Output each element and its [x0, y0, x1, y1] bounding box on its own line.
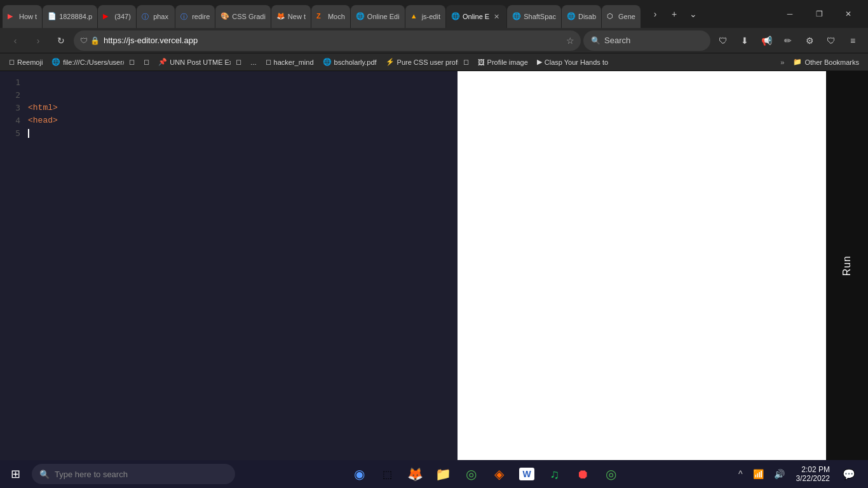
code-line-5 [25, 127, 458, 140]
taskbar-app-taskview[interactable]: ⬚ [374, 461, 400, 487]
bookmark-reemoji[interactable]: ◻ Reemoji [5, 57, 46, 67]
tab-347[interactable]: ▶ (347) [98, 5, 136, 28]
bookmark-x2[interactable]: ◻ [140, 57, 153, 67]
tab-phax[interactable]: ⓘ phax [137, 5, 175, 28]
tab-moch[interactable]: Z Moch [311, 5, 350, 28]
tab-shaftspac[interactable]: 🌐 ShaftSpac [507, 5, 561, 28]
system-tray-expand[interactable]: ^ [735, 466, 747, 482]
tab-disab[interactable]: 🌐 Disab [562, 5, 601, 28]
tab-label: Online E [463, 13, 489, 20]
tab-close-button[interactable]: ✕ [492, 12, 501, 22]
bookmark-label: UNN Post UTME Exam... [170, 58, 231, 66]
code-editor[interactable]: <html> <head> [25, 71, 458, 460]
preview-panel [458, 71, 826, 460]
tab-gene[interactable]: ⬡ Gene [602, 5, 641, 28]
settings-button[interactable]: ⚙ [799, 30, 820, 51]
vpn-button[interactable]: 🛡 [821, 30, 841, 51]
tab-label: How t [19, 13, 37, 20]
taskbar-app-recorder[interactable]: ⏺ [570, 461, 595, 487]
maximize-button[interactable]: ❐ [804, 4, 834, 24]
taskbar-right: ^ 📶 🔊 2:02 PM 3/22/2022 💬 [735, 461, 865, 487]
tab-favicon: ⓘ [142, 12, 151, 21]
refresh-button[interactable]: ↻ [51, 30, 71, 51]
bookmark-purecss[interactable]: ⚡ Pure CSS user profile s... [382, 57, 458, 67]
taskbar-app-sublime[interactable]: ◈ [486, 461, 512, 487]
taskbar-app-files[interactable]: 📁 [430, 461, 456, 487]
tab-redire[interactable]: ⓘ redire [175, 5, 215, 28]
tab-favicon: ⓘ [180, 12, 189, 21]
forward-button[interactable]: › [28, 30, 48, 51]
bookmark-bscholarly[interactable]: 🌐 bscholarly.pdf [319, 57, 381, 67]
tab-js-edit[interactable]: ▲ js-edit [405, 5, 445, 28]
address-bar[interactable]: 🛡 🔒 https://js-editor.vercel.app ☆ [74, 30, 581, 51]
other-bookmarks[interactable]: 📁 Other Bookmarks [789, 57, 863, 67]
tab-new-t[interactable]: 🦊 New t [271, 5, 311, 28]
tab-label: Disab [578, 13, 596, 20]
taskbar-app-word[interactable]: W [514, 461, 539, 487]
taskbar-app-firefox[interactable]: 🦊 [402, 461, 428, 487]
bookmark-unn[interactable]: 📌 UNN Post UTME Exam... [154, 57, 231, 67]
start-button[interactable]: ⊞ [3, 461, 28, 487]
taskbar-app-browser2[interactable]: ◎ [598, 461, 623, 487]
bookmark-icon: ▶ [537, 58, 542, 66]
html-open-tag: <html> [28, 102, 58, 114]
bookmark-profile[interactable]: 🖼 Profile image [474, 57, 532, 67]
bookmark-ellipsis[interactable]: ... [247, 57, 260, 67]
taskbar-app-spotify[interactable]: ♫ [542, 461, 567, 487]
taskbar-apps: ◉ ⬚ 🦊 📁 ◎ ◈ W ♫ ⏺ [236, 461, 733, 487]
tab-1828884[interactable]: 📄 1828884.p [43, 5, 97, 28]
volume-icon[interactable]: 🔊 [770, 466, 789, 482]
new-tab-button[interactable]: + [665, 5, 683, 23]
address-bar-icons: 🛡 🔒 [80, 36, 100, 45]
bookmark-file[interactable]: 🌐 file:///C:/Users/user/D... [48, 57, 124, 67]
media-button[interactable]: 📢 [756, 30, 776, 51]
bookmark-x3[interactable]: ◻ [232, 57, 245, 67]
tab-label: 1828884.p [59, 13, 92, 20]
more-tabs-button[interactable]: › [646, 5, 664, 23]
tab-online-active[interactable]: 🌐 Online E ✕ [446, 5, 506, 28]
tab-list-button[interactable]: ⌄ [684, 5, 702, 23]
code-line-4: <head> [25, 114, 458, 127]
bookmark-star-icon[interactable]: ☆ [566, 36, 574, 46]
menu-button[interactable]: ≡ [843, 30, 863, 51]
bookmark-hacker[interactable]: ◻ hacker_mind [262, 57, 318, 67]
cortana-icon: ◉ [354, 466, 365, 482]
tab-favicon: 📄 [48, 12, 57, 21]
word-icon: W [519, 468, 534, 480]
run-button[interactable]: Run [841, 255, 853, 276]
tab-online-edi[interactable]: 🌐 Online Edi [351, 5, 405, 28]
pocket-button[interactable]: 🛡 [713, 30, 733, 51]
bookmark-x4[interactable]: ◻ [459, 57, 473, 67]
bookmark-icon: ◻ [9, 58, 15, 66]
pen-button[interactable]: ✏ [778, 30, 798, 51]
bookmark-label: ... [250, 58, 256, 66]
tab-favicon: 🌐 [451, 12, 460, 21]
bookmark-icon: ◻ [463, 58, 469, 66]
minimize-button[interactable]: ─ [775, 4, 804, 24]
network-icon[interactable]: 📶 [749, 466, 768, 482]
tab-css-gradi[interactable]: 🎨 CSS Gradi [215, 5, 271, 28]
content-area: 1 2 3 4 5 <html> <head> [0, 71, 868, 460]
clock-time: 2:02 PM [796, 465, 830, 474]
tab-bar: ▶ How t 📄 1828884.p ▶ (347) ⓘ phax ⓘ red… [0, 0, 868, 28]
editor-panel[interactable]: 1 2 3 4 5 <html> <head> [0, 71, 458, 460]
bookmark-icon: 🌐 [51, 58, 60, 66]
back-button[interactable]: ‹ [5, 30, 25, 51]
notification-button[interactable]: 💬 [837, 461, 860, 487]
bookmark-clasp[interactable]: ▶ Clasp Your Hands to S... [533, 57, 609, 67]
bookmarks-overflow-button[interactable]: » [776, 57, 788, 67]
search-bar[interactable]: 🔍 Search [583, 30, 710, 51]
close-window-button[interactable]: ✕ [834, 4, 863, 24]
bookmark-x1[interactable]: ◻ [125, 57, 139, 67]
lock-icon: 🔒 [90, 36, 100, 45]
taskbar-app-cortana[interactable]: ◉ [346, 461, 372, 487]
taskbar-clock[interactable]: 2:02 PM 3/22/2022 [791, 463, 835, 485]
text-cursor [28, 129, 29, 138]
tab-how-t[interactable]: ▶ How t [3, 5, 42, 28]
spotify-icon: ♫ [550, 467, 560, 482]
bookmark-label: Reemoji [17, 58, 43, 66]
taskbar-app-chrome[interactable]: ◎ [458, 461, 484, 487]
taskbar-search-bar[interactable]: 🔍 Type here to search [32, 464, 235, 484]
bookmark-icon: ◻ [236, 58, 241, 66]
download-button[interactable]: ⬇ [735, 30, 755, 51]
